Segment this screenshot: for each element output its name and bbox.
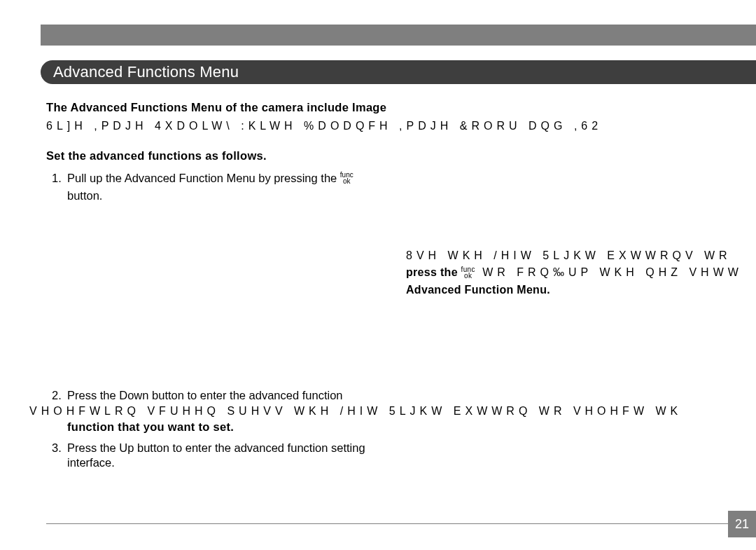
page-number: 21 — [735, 517, 749, 532]
step-1-number: 1. — [52, 170, 62, 186]
step-2-number: 2. — [52, 389, 62, 402]
intro-line: The Advanced Functions Menu of the camer… — [46, 99, 756, 116]
garbled-line-1: 6L]H ,PDJH 4XDOLW\ :KLWH %DODQFH ,PDJH &… — [46, 118, 756, 134]
float-adv-line: Advanced Function Menu. — [406, 284, 756, 296]
set-instructions-heading: Set the advanced functions as follows. — [46, 148, 756, 164]
float-garble-line: 8VH WKH /HIW 5LJKW EXWWRQV WR — [406, 249, 756, 262]
step-1-text-b: button. — [46, 188, 756, 204]
step-3-line2: interface. — [46, 456, 756, 469]
step-2: 2. Press the Down button to enter the ad… — [46, 389, 756, 434]
float-press-garble: WR FRQ‰UP WKH QHZ VHWW — [475, 266, 743, 278]
float-right-block: 8VH WKH /HIW 5LJKW EXWWRQV WR press the … — [406, 249, 756, 296]
step-3-line1: Press the Up button to enter the advance… — [67, 441, 365, 454]
step-3: 3. Press the Up button to enter the adva… — [46, 441, 756, 469]
content-block: The Advanced Functions Menu of the camer… — [46, 99, 756, 204]
section-title-pill: Advanced Functions Menu — [41, 60, 756, 84]
page-number-box: 21 — [728, 511, 756, 537]
top-gray-bar — [41, 25, 756, 46]
step-1: 1. Pull up the Advanced Function Menu by… — [46, 170, 756, 186]
step-3-number: 3. — [52, 441, 62, 455]
step-2-garble: VHOHFWLRQ VFUHHQ SUHVV WKH /HIW 5LJKW EX… — [29, 405, 756, 418]
section-title: Advanced Functions Menu — [53, 63, 239, 81]
float-press-a: press the — [406, 266, 461, 278]
step-1-text-a: Pull up the Advanced Function Menu by pr… — [67, 172, 340, 184]
step-2-line3: function that you want to set. — [46, 420, 756, 434]
step-2-line1: Press the Down button to enter the advan… — [67, 389, 343, 401]
footer-rule — [46, 523, 756, 524]
func-ok-icon-2: funcok — [461, 266, 475, 279]
func-ok-icon: funcok — [340, 172, 354, 184]
float-press-line: press the funcok WR FRQ‰UP WKH QHZ VHWW — [406, 266, 756, 280]
